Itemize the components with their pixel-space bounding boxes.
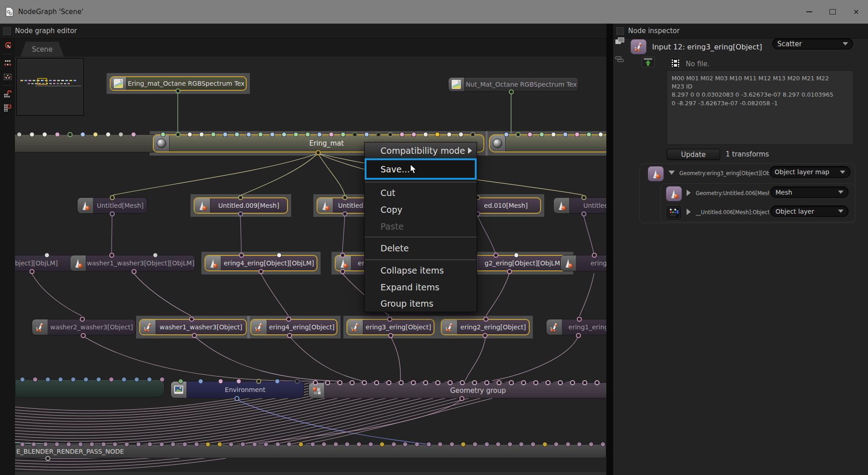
load-file-button[interactable]: [641, 56, 655, 70]
node-pin[interactable]: [246, 132, 251, 137]
node-pin[interactable]: [581, 195, 586, 200]
node-pin[interactable]: [362, 380, 367, 385]
node-pin[interactable]: [43, 442, 48, 447]
node-pin[interactable]: [423, 132, 428, 137]
node-pin[interactable]: [217, 442, 222, 447]
node-pin[interactable]: [68, 132, 73, 137]
node-pin[interactable]: [101, 442, 106, 447]
node-pin[interactable]: [45, 456, 50, 461]
node-pin[interactable]: [350, 380, 355, 385]
node-material-bar-left[interactable]: [15, 134, 159, 152]
menu-item-cut[interactable]: Cut: [365, 184, 477, 201]
node-untitled-02-mesh[interactable]: Untitled.02: [553, 197, 606, 214]
node-pin[interactable]: [194, 442, 199, 447]
object-layer-map-dropdown[interactable]: Object layer map: [770, 166, 850, 178]
transform-matrix-field[interactable]: M00 M01 M02 M03 M10 M11 M12 M13 M20 M21 …: [667, 70, 853, 145]
node-pin[interactable]: [566, 442, 571, 447]
node-pin[interactable]: [386, 380, 391, 385]
node-pin[interactable]: [575, 132, 580, 137]
node-pin[interactable]: [31, 442, 36, 447]
toolbar-snap-grid-button[interactable]: [0, 88, 15, 101]
node-pin[interactable]: [176, 132, 180, 137]
node-pin[interactable]: [333, 442, 338, 447]
node-pin[interactable]: [595, 380, 600, 385]
menu-item-paste[interactable]: Paste: [365, 218, 477, 235]
node-pin[interactable]: [89, 442, 94, 447]
node-pin[interactable]: [238, 195, 243, 200]
node-pin[interactable]: [340, 253, 345, 258]
node-pin[interactable]: [81, 333, 86, 338]
panel-divider[interactable]: [606, 24, 613, 475]
toolbar-sync-button[interactable]: [0, 39, 15, 52]
node-pin[interactable]: [342, 195, 347, 200]
maximize-button[interactable]: [821, 0, 844, 24]
node-pin[interactable]: [546, 380, 551, 385]
node-pin[interactable]: [71, 377, 76, 382]
panels-icon[interactable]: [615, 37, 625, 47]
update-button[interactable]: Update: [667, 149, 720, 160]
menu-item-copy[interactable]: Copy: [365, 201, 477, 218]
toolbar-arrange-grid-button[interactable]: [0, 101, 15, 115]
node-pin[interactable]: [275, 379, 280, 384]
node-pin[interactable]: [109, 377, 114, 382]
node-pin[interactable]: [106, 132, 111, 137]
node-pin[interactable]: [238, 211, 243, 216]
node-pin[interactable]: [20, 377, 25, 382]
node-pin[interactable]: [507, 269, 512, 274]
node-pin[interactable]: [316, 150, 321, 155]
node-pin[interactable]: [509, 89, 514, 94]
node-pin[interactable]: [298, 442, 303, 447]
node-pin[interactable]: [493, 253, 498, 258]
node-pin[interactable]: [507, 442, 512, 447]
node-pin[interactable]: [132, 269, 137, 274]
node-pin[interactable]: [42, 132, 47, 137]
node-pin[interactable]: [240, 442, 245, 447]
node-pin[interactable]: [388, 333, 393, 338]
node-pin[interactable]: [131, 132, 136, 137]
node-pin[interactable]: [592, 253, 597, 258]
node-pin[interactable]: [374, 380, 379, 385]
node-pin[interactable]: [461, 442, 466, 447]
node-pin[interactable]: [516, 132, 521, 137]
node-pin[interactable]: [539, 132, 544, 137]
node-pin[interactable]: [236, 379, 241, 384]
node-pin[interactable]: [447, 132, 452, 137]
node-pin[interactable]: [449, 442, 454, 447]
node-pin[interactable]: [159, 442, 164, 447]
node-pin[interactable]: [80, 317, 85, 322]
node-pin[interactable]: [134, 377, 139, 382]
node-pin[interactable]: [234, 132, 239, 137]
node-nut-mat-octane-rgbspectrum-tex[interactable]: Nut_Mat_Octane RGBSpectrum Tex: [448, 77, 579, 92]
node-pin[interactable]: [124, 442, 129, 447]
node-pin[interactable]: [460, 380, 465, 385]
node-pin[interactable]: [509, 380, 514, 385]
node-pin[interactable]: [458, 132, 463, 137]
node-pin[interactable]: [438, 442, 443, 447]
node-pin[interactable]: [483, 333, 488, 338]
node-pin[interactable]: [341, 132, 346, 137]
node-pin[interactable]: [29, 269, 34, 274]
node-type-dropdown[interactable]: Scatter: [772, 38, 853, 49]
node-pin[interactable]: [109, 253, 114, 258]
node-pin[interactable]: [459, 396, 464, 401]
node-pin[interactable]: [570, 380, 575, 385]
node-pin[interactable]: [313, 380, 318, 385]
node-pin[interactable]: [310, 442, 315, 447]
node-pin[interactable]: [189, 317, 194, 322]
node-pin[interactable]: [473, 442, 478, 447]
node-pin[interactable]: [352, 132, 357, 137]
node-pin[interactable]: [426, 442, 431, 447]
node-pin[interactable]: [29, 132, 34, 137]
menu-item-group-items[interactable]: Group items: [365, 295, 477, 312]
node-pin[interactable]: [277, 253, 282, 258]
node-pin[interactable]: [20, 442, 25, 447]
mesh-dropdown[interactable]: Mesh: [770, 186, 848, 198]
node-pin[interactable]: [122, 377, 127, 382]
node-material-bar-right[interactable]: [489, 134, 606, 152]
node-pin[interactable]: [514, 253, 519, 258]
node-pin[interactable]: [577, 317, 582, 322]
node-pin[interactable]: [558, 380, 563, 385]
node-pin[interactable]: [45, 377, 50, 382]
node-pin[interactable]: [497, 380, 502, 385]
node-pin[interactable]: [533, 380, 538, 385]
